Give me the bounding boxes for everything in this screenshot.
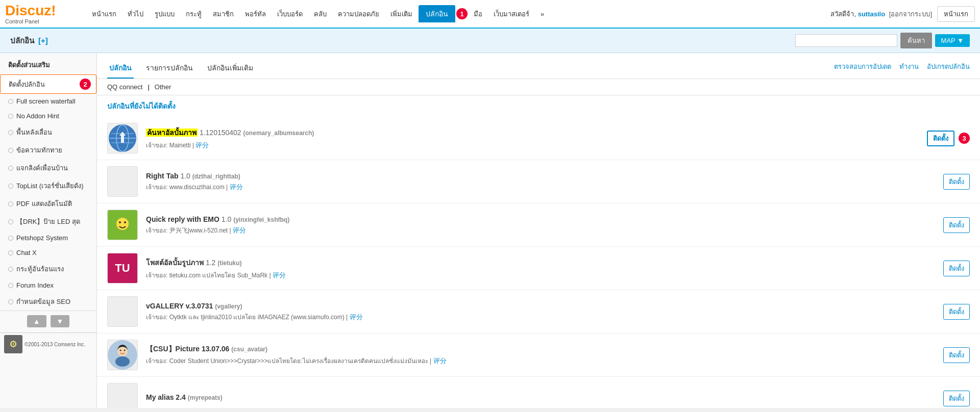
csu-icon	[108, 340, 137, 370]
sidebar-label-forumindex: Forum Index	[16, 281, 54, 289]
plugin-rating-4[interactable]: 评分	[350, 313, 363, 321]
sub-header-right: ค้นหา MAP ▼	[795, 33, 970, 48]
plugin-rating-1[interactable]: 评分	[230, 183, 243, 191]
nav-more[interactable]: เพิ่มเติม	[385, 7, 418, 21]
upgrade-link[interactable]: อัปเกรดปลัก​อิน	[927, 61, 970, 72]
tab-plugin-list[interactable]: รายการปลัก​อิน	[144, 58, 195, 79]
sidebar-item-noaddon[interactable]: No Addon Hint	[0, 109, 96, 123]
section-title: ปลัก​อินที่ยังไม่ได้ติดตั้ง	[97, 95, 980, 117]
sidebar-item-petshop[interactable]: Petshopz System	[0, 230, 96, 245]
plugin-item: vGALLERY v.3.0731 (vgallery) เจ้าของ: Oy…	[97, 290, 980, 333]
plugin-item: TU โพสต์อัลบั้มรูปภาพ 1.2 (tietuku) เจ้า…	[97, 247, 980, 290]
check-update-link[interactable]: ตรวจสอบการอัปเดต	[834, 61, 891, 72]
svg-point-10	[124, 221, 126, 223]
qq-separator: |	[148, 83, 149, 91]
plugin-meta-3: เจ้าของ: tietuku.com แปลไทยโดย Sub_MaRk …	[146, 270, 935, 280]
sidebar-item-chatx[interactable]: Chat X	[0, 245, 96, 260]
install-button-1[interactable]: ติดตั้ง	[943, 174, 970, 190]
qq-bar-left: QQ connect | Other	[107, 83, 171, 91]
sub-header-left: ปลัก​อิน [+]	[10, 35, 48, 47]
nav-more2[interactable]: »	[535, 8, 549, 20]
tab-plugin[interactable]: ปลัก​อิน	[107, 58, 134, 79]
plugin-name-0: ค้นหาอัลบั้มภาพ 1.120150402 (onemary_alb…	[146, 127, 919, 138]
content-area: ปลัก​อิน รายการปลัก​อิน ปลัก​อินเพิ่มเติ…	[97, 53, 980, 408]
sidebar-top-label: ติดตั้งส่วนเสริม	[8, 60, 50, 70]
map-button[interactable]: MAP ▼	[935, 34, 970, 47]
install-badge: 3	[959, 133, 970, 144]
install-button-2[interactable]: ติดตั้ง	[943, 217, 970, 233]
plugin-tabs-right: ตรวจสอบการอัปเดต ทำงาน อัปเกรดปลัก​อิน	[834, 61, 970, 76]
nav-member[interactable]: สมาชิก	[208, 7, 239, 21]
main-layout: ติดตั้งส่วนเสริม ติดตั้งปลัก​อิน 2 Full …	[0, 53, 980, 408]
nav-template[interactable]: รูปแบบ	[150, 7, 180, 21]
sidebar-item-hot[interactable]: กระทู้อันร้อนแรง	[0, 260, 96, 278]
nav-portal[interactable]: พอร์ทัล	[240, 7, 271, 21]
svg-point-13	[115, 356, 130, 367]
plugin-tabs-left: ปลัก​อิน รายการปลัก​อิน ปลัก​อินเพิ่มเติ…	[107, 58, 255, 79]
plugin-version-0: 1.120150402	[200, 128, 241, 137]
top-nav: หน้าแรก ทั่วไป รูปแบบ กระทู้ สมาชิก พอร์…	[87, 5, 830, 22]
home-button[interactable]: หน้าแรก	[937, 6, 975, 22]
sidebar-label-seo: กำหนดข้อมูล SEO	[16, 296, 70, 307]
sidebar-label-noaddon: No Addon Hint	[16, 112, 59, 120]
sidebar-label-toplist: TopList (เวอร์ชั่นเสียดัง)	[16, 181, 83, 191]
other-link[interactable]: Other	[155, 83, 172, 91]
logo-title: Discuz!	[5, 4, 56, 18]
sidebar-down-button[interactable]: ▼	[51, 315, 70, 327]
plugin-meta-2: เจ้าของ: 尹兴飞|www.i-520.net | 评分	[146, 225, 935, 235]
install-button-3[interactable]: ติดตั้ง	[943, 261, 970, 276]
radio-icon	[8, 166, 13, 171]
logout-link[interactable]: [ออกจากระบบ]	[889, 10, 932, 18]
plugin-item: ค้นหาอัลบั้มภาพ 1.120150402 (onemary_alb…	[97, 117, 980, 160]
nav-general[interactable]: ทั่วไป	[122, 7, 149, 21]
sidebar-item-install-addon[interactable]: ติดตั้งส่วนเสริม	[0, 56, 96, 74]
plugin-meta-1: เจ้าของ: www.discuzthai.com | 评分	[146, 182, 935, 192]
nav-hand[interactable]: มือ	[469, 7, 487, 21]
install-button-5[interactable]: ติดตั้ง	[943, 347, 970, 363]
sidebar-logo-icon: ⚙	[9, 339, 17, 350]
sidebar-item-install-plugin[interactable]: ติดตั้งปลัก​อิน 2	[0, 74, 96, 94]
sidebar-label-fullscreen: Full screen waterfall	[16, 97, 76, 105]
sidebar-item-greeting[interactable]: ข้อความทักทาย	[0, 141, 96, 159]
plugin-rating-0[interactable]: 评分	[195, 141, 209, 149]
radio-icon	[8, 283, 13, 288]
nav-webmaster[interactable]: เว็บมาสเตอร์	[488, 7, 534, 21]
plugin-rating-2[interactable]: 评分	[233, 226, 246, 234]
radio-icon	[8, 267, 13, 272]
nav-forum[interactable]: กระทู้	[181, 7, 207, 21]
sidebar-item-seo[interactable]: กำหนดข้อมูล SEO	[0, 293, 96, 311]
nav-home[interactable]: หน้าแรก	[87, 7, 121, 21]
nav-plugin[interactable]: ปลัก​อิน	[419, 5, 455, 22]
plugin-name-5: 【CSU】Picture 13.07.06 (csu_avatar)	[146, 345, 935, 354]
radio-icon	[8, 130, 13, 135]
qq-connect-link[interactable]: QQ connect	[107, 83, 142, 91]
sidebar-item-drk[interactable]: 【DRK】ป้าย LED สุด	[0, 213, 96, 230]
install-button-4[interactable]: ติดตั้ง	[943, 304, 970, 320]
nav-badge[interactable]: 1	[456, 8, 468, 19]
plugin-info-4: vGALLERY v.3.0731 (vgallery) เจ้าของ: Oy…	[146, 302, 935, 322]
install-button-6[interactable]: ติดตั้ง	[943, 391, 970, 406]
sidebar-item-pdf[interactable]: PDF แสดงอัตโนมัติ	[0, 195, 96, 213]
nav-club[interactable]: คลับ	[309, 7, 332, 21]
install-button-0[interactable]: ติดตั้ง	[927, 131, 954, 146]
emo-icon	[108, 210, 137, 240]
sidebar-item-bg[interactable]: พื้นหลังเลื่อน	[0, 123, 96, 141]
sub-plus[interactable]: [+]	[38, 36, 48, 45]
search-button[interactable]: ค้นหา	[900, 33, 932, 48]
tab-plugin-extra[interactable]: ปลัก​อินเพิ่มเติม	[205, 58, 255, 79]
sidebar-up-button[interactable]: ▲	[27, 315, 46, 327]
radio-icon	[8, 184, 13, 189]
sidebar-item-forumindex[interactable]: Forum Index	[0, 278, 96, 293]
plugin-rating-3[interactable]: 评分	[273, 271, 286, 279]
nav-security[interactable]: ความปลอดภัย	[333, 7, 384, 21]
work-link[interactable]: ทำงาน	[899, 61, 919, 72]
sidebar-label-pdf: PDF แสดงอัตโนมัติ	[16, 198, 72, 209]
sidebar-item-fullscreen[interactable]: Full screen waterfall	[0, 94, 96, 109]
sidebar-item-toplist[interactable]: TopList (เวอร์ชั่นเสียดัง)	[0, 177, 96, 195]
svg-point-14	[120, 350, 121, 351]
search-input[interactable]	[795, 34, 897, 47]
sidebar-item-sharing[interactable]: แจกลิงค์เพื่อนบ้าน	[0, 159, 96, 177]
sidebar-footer-text: ©2001-2013 Comsenz Inc.	[24, 342, 85, 347]
plugin-rating-5[interactable]: 评分	[433, 357, 447, 365]
nav-board[interactable]: เว็บบอร์ด	[272, 7, 308, 21]
